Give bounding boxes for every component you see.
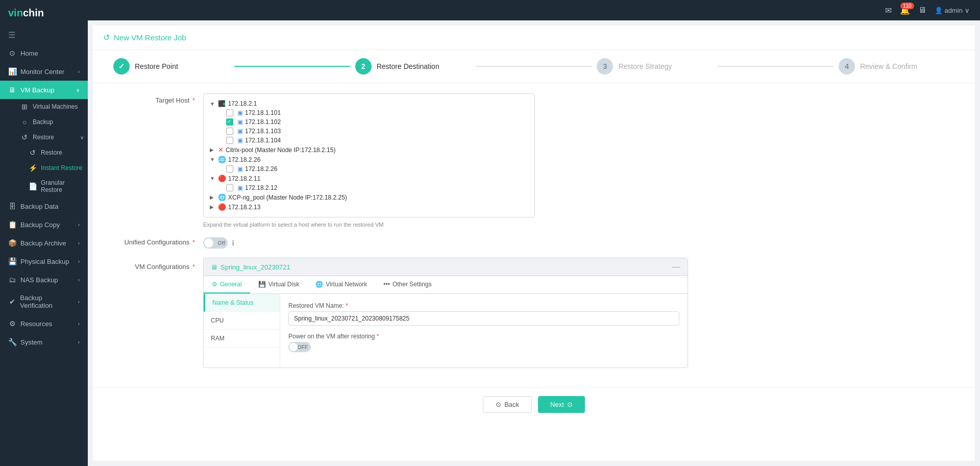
toggle-knob <box>204 238 213 248</box>
checkbox-102[interactable] <box>226 118 233 126</box>
tree-node-102[interactable]: ▣ 172.18.1.102 <box>218 117 528 127</box>
wizard-step-1: ✓ Restore Point <box>113 58 229 75</box>
unified-toggle[interactable]: Off <box>203 237 228 249</box>
tab-general[interactable]: ⚙ General <box>204 276 250 293</box>
restored-vm-name-row: Restored VM Name: * <box>288 302 679 326</box>
sidebar-item-resources[interactable]: ⚙ Resources › <box>0 314 88 333</box>
next-button[interactable]: Next ⊙ <box>538 396 585 413</box>
user-menu[interactable]: 👤 admin ∨ <box>935 7 970 14</box>
tree-node-label: 172.18.1.101 <box>245 109 281 116</box>
sidebar-item-label: Resources <box>20 320 52 328</box>
chevron-down-icon: ∨ <box>80 135 84 140</box>
tree-node-101[interactable]: ▣ 172.18.1.101 <box>218 108 528 117</box>
next-icon: ⊙ <box>567 401 573 408</box>
sidebar-item-virtual-machines[interactable]: ⊞ Virtual Machines <box>16 99 88 114</box>
tree-node-226[interactable]: ▣ 172.18.2.26 <box>218 164 528 174</box>
menu-ram[interactable]: RAM <box>204 330 280 348</box>
toggle-sm-off-label: OFF <box>298 345 308 350</box>
sidebar-item-label: VM Backup <box>20 86 54 94</box>
tree-node-label: 172.18.1.103 <box>245 128 281 135</box>
monitor-button[interactable]: 🖥 <box>918 6 926 15</box>
sidebar-item-restore-group[interactable]: ↺ Restore ∨ <box>16 130 88 145</box>
refresh-icon: ↺ <box>103 33 110 42</box>
tree-node-label: 172.18.2.26 <box>245 165 277 173</box>
tree-node-citrix[interactable]: ▶ ✕ Citrix-pool (Master Node IP:172.18.2… <box>210 145 528 155</box>
tab-other-settings[interactable]: ••• Other Settings <box>375 276 439 293</box>
checkbox-212[interactable] <box>226 184 233 191</box>
restore-sub-icon: ↺ <box>29 149 37 157</box>
vm-content: Name & Status CPU RAM <box>204 294 688 367</box>
tree-node-103[interactable]: ▣ 172.18.1.103 <box>218 127 528 136</box>
menu-name-status[interactable]: Name & Status <box>204 294 280 312</box>
tree-node-212[interactable]: ▣ 172.18.2.12 <box>218 183 528 192</box>
verify-icon: ✔ <box>8 298 16 306</box>
sidebar-item-backup-copy[interactable]: 📋 Backup Copy › <box>0 215 88 234</box>
tree-node-172182-1[interactable]: ▼ ⬛ ● 172.18.2.1 <box>210 99 528 108</box>
status-online-icon: ● <box>223 101 226 107</box>
sidebar-item-granular-restore[interactable]: 📄 Granular Restore <box>24 176 88 197</box>
tree-node-104[interactable]: ▣ 172.18.1.104 <box>218 136 528 145</box>
wizard-step-4: 4 Review & Confirm <box>839 58 954 75</box>
tree-node-17211[interactable]: ▼ 🔴 172.18.2.11 <box>210 174 528 183</box>
instant-icon: ⚡ <box>29 164 37 172</box>
logo: vinchin <box>0 0 88 26</box>
power-on-toggle[interactable]: OFF <box>288 342 311 352</box>
tree-node-xcp[interactable]: ▶ 🌐 XCP-ng_pool (Master Node IP:172.18.2… <box>210 192 528 202</box>
sidebar-item-label: Physical Backup <box>20 258 69 265</box>
vm-settings-panel: Restored VM Name: * Power on the VM afte… <box>280 294 688 367</box>
sidebar-item-restore[interactable]: ↺ Restore <box>24 145 88 160</box>
sidebar-item-instant-restore[interactable]: ⚡ Instant Restore <box>24 160 88 176</box>
restored-vm-name-input[interactable] <box>288 311 679 326</box>
step-label-3: Restore Strategy <box>618 62 672 70</box>
messages-button[interactable]: ✉ <box>885 6 892 15</box>
power-on-row: Power on the VM after restoring * OFF <box>288 333 679 352</box>
menu-cpu[interactable]: CPU <box>204 312 280 330</box>
sidebar-item-physical-backup[interactable]: 💾 Physical Backup › <box>0 252 88 271</box>
hamburger-button[interactable]: ☰ <box>0 26 88 44</box>
vm-tab-icon: 🖥 <box>211 263 217 271</box>
vm-icon: ▣ <box>237 184 243 191</box>
tab-virtual-network[interactable]: 🌐 Virtual Network <box>307 276 375 293</box>
vm-icon: ▣ <box>237 165 243 173</box>
sidebar-item-nas-backup[interactable]: 🗂 NAS Backup › <box>0 271 88 289</box>
notifications-button[interactable]: 🔔 110 <box>900 6 910 15</box>
sidebar-item-backup-verification[interactable]: ✔ Backup Verification › <box>0 289 88 314</box>
topbar: ✉ 🔔 110 🖥 👤 admin ∨ <box>88 0 980 20</box>
sidebar-item-backup-archive[interactable]: 📦 Backup Archive › <box>0 234 88 252</box>
info-icon[interactable]: ℹ <box>232 239 234 247</box>
checkbox-103[interactable] <box>226 128 233 135</box>
sidebar-item-home[interactable]: ⊙ Home <box>0 44 88 62</box>
step-connector-2 <box>476 66 592 67</box>
sidebar-item-label: Backup Copy <box>20 221 60 229</box>
sidebar-item-vmbackup[interactable]: 🖥 VM Backup ∨ <box>0 81 88 99</box>
host-tree[interactable]: ▼ ⬛ ● 172.18.2.1 ▣ 172.18.1.101 <box>203 93 535 217</box>
checkbox-104[interactable] <box>226 137 233 144</box>
disk-tab-icon: 💾 <box>258 281 266 288</box>
sidebar-item-label: Backup Archive <box>20 239 66 247</box>
checkbox-101[interactable] <box>226 109 233 116</box>
tree-node-label: 172.18.1.102 <box>245 118 281 126</box>
step-circle-2: 2 <box>355 58 372 75</box>
checkbox-226[interactable] <box>226 165 233 173</box>
tab-label: Virtual Disk <box>268 281 299 288</box>
required-marker: * <box>346 302 348 309</box>
chevron-right-icon: › <box>78 222 80 228</box>
tree-node-17226[interactable]: ▼ 🌐 172.18.2.26 <box>210 155 528 164</box>
step-check-icon: ✓ <box>118 62 125 70</box>
vm-config-label: VM Configurations * <box>113 258 195 271</box>
sidebar-item-label: NAS Backup <box>20 276 58 284</box>
tree-node-17213[interactable]: ▶ 🔴 172.18.2.13 <box>210 202 528 212</box>
tab-virtual-disk[interactable]: 💾 Virtual Disk <box>250 276 307 293</box>
minimize-icon[interactable]: — <box>672 262 680 272</box>
sidebar-item-label: Restore <box>33 134 54 141</box>
wizard-step-2: 2 Restore Destination <box>355 58 471 75</box>
sidebar-item-backup[interactable]: ○ Backup <box>16 114 88 130</box>
back-button[interactable]: ⊙ Back <box>483 396 532 413</box>
sidebar-item-system[interactable]: 🔧 System › <box>0 333 88 351</box>
sidebar-item-backup-data[interactable]: 🗄 Backup Data <box>0 197 88 215</box>
sidebar-item-monitor[interactable]: 📊 Monitor Center › <box>0 62 88 81</box>
vm-tabs: ⚙ General 💾 Virtual Disk 🌐 Virtual Netwo… <box>204 276 688 294</box>
next-label: Next <box>550 401 564 408</box>
form-area: Target Host * ▼ ⬛ ● 172.18.2.1 <box>93 83 975 387</box>
sidebar-item-label: Home <box>20 50 38 57</box>
